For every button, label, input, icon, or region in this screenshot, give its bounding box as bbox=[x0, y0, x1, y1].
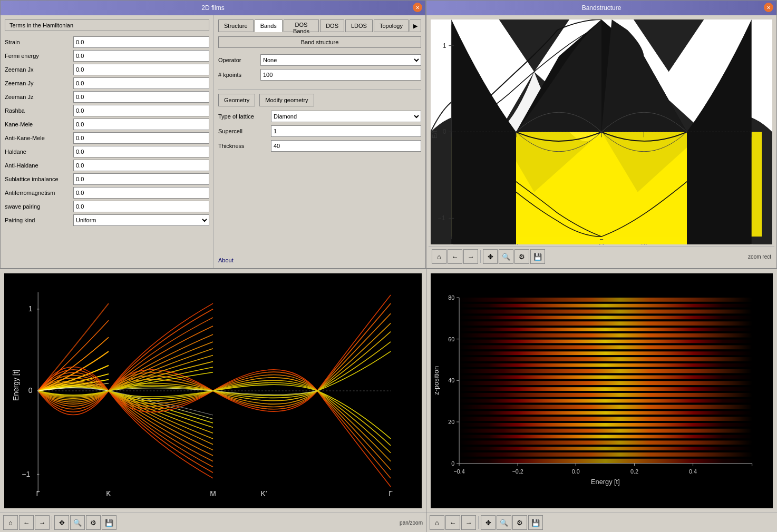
svg-rect-93 bbox=[459, 440, 752, 445]
band-structure-button[interactable]: Band structure bbox=[218, 36, 421, 48]
zoom-button-top[interactable]: 🔍 bbox=[499, 249, 513, 264]
operator-label: Operator bbox=[218, 57, 260, 63]
title-bar-2dfilms: 2D films ✕ bbox=[1, 1, 425, 15]
input-anti-haldane[interactable] bbox=[73, 160, 209, 171]
settings-button-br[interactable]: ⚙ bbox=[512, 515, 527, 530]
close-button-2dfilms[interactable]: ✕ bbox=[413, 3, 422, 12]
input-strain[interactable] bbox=[73, 36, 209, 48]
label-zeeman-jz: Zeeman Jz bbox=[5, 94, 73, 100]
svg-rect-75 bbox=[459, 387, 752, 391]
home-button-br[interactable]: ⌂ bbox=[430, 515, 444, 530]
svg-text:z-position: z-position bbox=[432, 366, 440, 395]
svg-rect-69 bbox=[459, 369, 752, 373]
input-zeeman-jy[interactable] bbox=[73, 77, 209, 89]
svg-text:0: 0 bbox=[28, 386, 33, 395]
bottom-left-plot: 1 0 −1 Energy [t] Γ K M K′ Γ bbox=[4, 273, 422, 508]
home-button-bl[interactable]: ⌂ bbox=[3, 515, 18, 530]
svg-text:Energy [t]: Energy [t] bbox=[591, 478, 620, 486]
svg-rect-95 bbox=[459, 447, 752, 450]
input-haldane[interactable] bbox=[73, 146, 209, 157]
zoom-button-br[interactable]: 🔍 bbox=[497, 515, 511, 530]
input-sublattice-imbalance[interactable] bbox=[73, 173, 209, 185]
settings-icon-br: ⚙ bbox=[517, 519, 523, 527]
kpoints-label: # kpoints bbox=[218, 72, 260, 78]
kpoints-input[interactable] bbox=[260, 69, 421, 81]
terms-header: Terms in the Hamiltonian bbox=[5, 19, 209, 31]
save-button-br[interactable]: 💾 bbox=[528, 515, 543, 530]
lattice-type-select[interactable]: Diamond bbox=[271, 111, 421, 122]
svg-rect-71 bbox=[459, 376, 752, 379]
zoom-button-bl[interactable]: 🔍 bbox=[70, 515, 85, 530]
tab-dos[interactable]: DOS bbox=[320, 19, 344, 32]
input-antiferromagnetism[interactable] bbox=[73, 187, 209, 199]
back-button-br[interactable]: ← bbox=[445, 515, 460, 530]
svg-rect-73 bbox=[459, 381, 752, 385]
svg-rect-80 bbox=[459, 403, 752, 405]
svg-text:0: 0 bbox=[443, 128, 446, 135]
back-button-top[interactable]: ← bbox=[448, 249, 462, 264]
about-link[interactable]: About bbox=[218, 257, 234, 263]
svg-text:E/t: E/t bbox=[431, 130, 439, 139]
tab-arrow[interactable]: ▶ bbox=[410, 19, 421, 32]
forward-icon-bl: → bbox=[39, 519, 46, 527]
forward-button-bl[interactable]: → bbox=[35, 515, 50, 530]
settings-icon-bl: ⚙ bbox=[90, 519, 96, 527]
supercell-row: Supercell bbox=[218, 125, 421, 137]
back-button-bl[interactable]: ← bbox=[19, 515, 34, 530]
supercell-input[interactable] bbox=[271, 125, 421, 137]
kpoints-row: # kpoints bbox=[218, 69, 421, 81]
select-pairing-kind[interactable]: Uniform bbox=[73, 214, 209, 226]
label-rashba: Rashba bbox=[5, 107, 73, 114]
save-button-bl[interactable]: 💾 bbox=[102, 515, 116, 530]
svg-rect-74 bbox=[459, 385, 752, 387]
svg-rect-68 bbox=[459, 367, 752, 369]
input-kane-mele[interactable] bbox=[73, 119, 209, 130]
tab-ldos[interactable]: LDOS bbox=[345, 19, 373, 32]
svg-text:K: K bbox=[106, 489, 111, 498]
input-fermi-energy[interactable] bbox=[73, 50, 209, 62]
home-button-top[interactable]: ⌂ bbox=[432, 249, 446, 264]
svg-rect-88 bbox=[459, 427, 752, 429]
svg-text:20: 20 bbox=[448, 419, 454, 425]
term-row-zeeman-jz: Zeeman Jz bbox=[5, 91, 209, 103]
svg-text:Γ: Γ bbox=[388, 489, 393, 498]
svg-text:K: K bbox=[514, 242, 519, 244]
svg-rect-63 bbox=[459, 351, 752, 355]
toolbar-sep-bl-1 bbox=[52, 516, 52, 529]
tab-dos-bands[interactable]: DOS Bands bbox=[284, 19, 319, 32]
settings-button-top[interactable]: ⚙ bbox=[514, 249, 529, 264]
svg-rect-87 bbox=[459, 423, 752, 427]
input-rashba[interactable] bbox=[73, 105, 209, 116]
svg-rect-85 bbox=[459, 417, 752, 421]
toolbar-sep-1 bbox=[480, 250, 481, 263]
operator-select[interactable]: None bbox=[260, 54, 421, 66]
panel-2dfilms-title: 2D films bbox=[201, 4, 224, 12]
move-icon-br: ✥ bbox=[485, 519, 491, 527]
tab-bands[interactable]: Bands bbox=[255, 19, 283, 32]
input-anti-kane-mele[interactable] bbox=[73, 132, 209, 144]
label-swave-pairing: swave pairing bbox=[5, 203, 73, 210]
svg-rect-96 bbox=[459, 450, 752, 452]
svg-text:40: 40 bbox=[448, 377, 454, 383]
save-button-top[interactable]: 💾 bbox=[530, 249, 545, 264]
move-button-br[interactable]: ✥ bbox=[481, 515, 496, 530]
input-zeeman-jz[interactable] bbox=[73, 91, 209, 103]
forward-button-br[interactable]: → bbox=[461, 515, 476, 530]
thickness-input[interactable] bbox=[271, 140, 421, 152]
svg-rect-52 bbox=[459, 319, 752, 321]
input-swave-pairing[interactable] bbox=[73, 201, 209, 212]
tab-topology[interactable]: Topology bbox=[374, 19, 409, 32]
svg-rect-79 bbox=[459, 399, 752, 403]
svg-text:K′: K′ bbox=[260, 489, 267, 498]
move-button-top[interactable]: ✥ bbox=[483, 249, 498, 264]
settings-button-bl[interactable]: ⚙ bbox=[86, 515, 101, 530]
modify-geometry-button[interactable]: Modify geometry bbox=[259, 94, 314, 106]
move-button-bl[interactable]: ✥ bbox=[54, 515, 69, 530]
forward-button-top[interactable]: → bbox=[463, 249, 478, 264]
tab-structure[interactable]: Structure bbox=[218, 19, 254, 32]
close-button-bandstructure[interactable]: ✕ bbox=[764, 3, 773, 12]
move-icon-bl: ✥ bbox=[59, 519, 65, 527]
input-zeeman-jx[interactable] bbox=[73, 64, 209, 75]
svg-text:1: 1 bbox=[28, 304, 33, 313]
zoom-icon-br: 🔍 bbox=[500, 519, 508, 527]
